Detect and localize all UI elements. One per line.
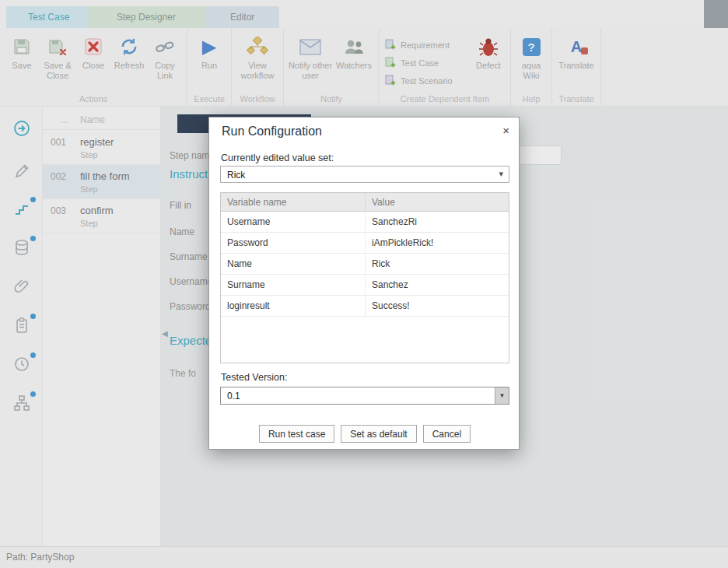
combo-caret-icon: ▼: [499, 392, 506, 399]
dialog-title: Run Configuration: [222, 124, 322, 138]
cancel-button[interactable]: Cancel: [423, 425, 471, 443]
dialog-close-button[interactable]: ×: [502, 124, 509, 137]
cell-variable: Name: [221, 254, 365, 274]
set-as-default-button[interactable]: Set as default: [341, 425, 416, 443]
dropdown-caret-icon: ▾: [499, 169, 503, 179]
cell-variable: Password: [221, 233, 365, 253]
column-header-value: Value: [365, 193, 509, 211]
table-row[interactable]: loginresult Success!: [221, 296, 509, 317]
tested-version-value: 0.1: [227, 391, 240, 401]
cell-value[interactable]: Rick: [365, 254, 509, 274]
table-row[interactable]: Username SanchezRi: [221, 212, 509, 233]
tested-version-label: Tested Version:: [221, 372, 287, 383]
cell-variable: Surname: [221, 275, 365, 295]
cell-variable: loginresult: [221, 296, 365, 316]
cell-value[interactable]: Success!: [365, 296, 509, 316]
cell-value[interactable]: SanchezRi: [365, 212, 509, 232]
column-header-variable-name: Variable name: [221, 193, 365, 211]
value-set-label: Currently edited value set:: [221, 153, 334, 163]
variables-table: Variable name Value Username SanchezRi P…: [220, 192, 509, 363]
dialog-button-row: Run test case Set as default Cancel: [209, 425, 520, 443]
cell-variable: Username: [221, 212, 365, 232]
cell-value[interactable]: iAmPickleRick!: [365, 233, 509, 253]
table-row[interactable]: Password iAmPickleRick!: [221, 233, 509, 254]
run-test-case-button[interactable]: Run test case: [259, 425, 334, 443]
table-row[interactable]: Name Rick: [221, 254, 509, 275]
value-set-value: Rick: [227, 170, 245, 181]
tested-version-combo[interactable]: 0.1 ▼: [220, 387, 509, 405]
cell-value[interactable]: Sanchez: [365, 275, 509, 295]
run-configuration-dialog: Run Configuration × Currently edited val…: [208, 117, 520, 450]
table-row[interactable]: Surname Sanchez: [221, 275, 509, 296]
value-set-dropdown[interactable]: Rick ▾: [220, 166, 509, 183]
table-header-row: Variable name Value: [221, 193, 509, 212]
combo-dropdown-button[interactable]: ▼: [495, 387, 509, 404]
